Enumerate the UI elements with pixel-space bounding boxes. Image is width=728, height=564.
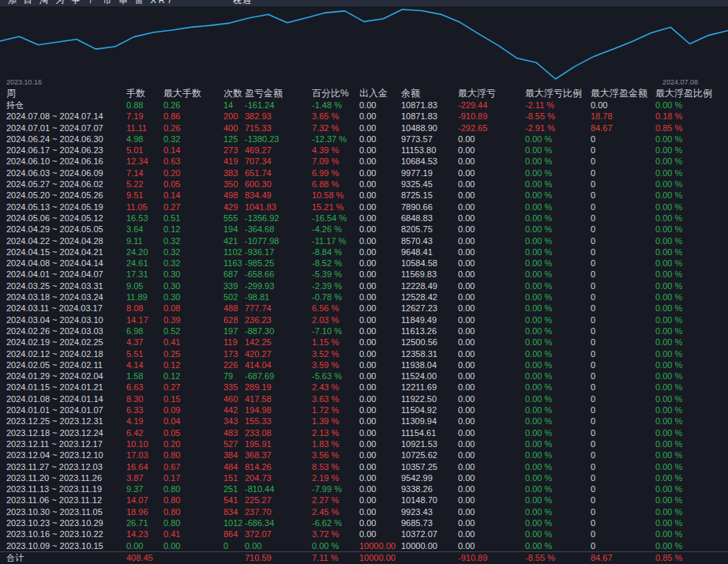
- table-row[interactable]: 2024.01.01 ~ 2024.01.076.330.09442194.98…: [0, 404, 728, 415]
- value-cell: 0.41: [163, 528, 223, 540]
- value-cell: 9325.45: [401, 179, 458, 190]
- table-row[interactable]: 2024.05.06 ~ 2024.05.1216.530.51555-1356…: [0, 212, 728, 224]
- column-header-10[interactable]: 最大浮亏比例: [525, 87, 591, 100]
- value-cell: 0.00: [458, 528, 525, 540]
- table-row[interactable]: 2023.11.20 ~ 2023.11.263.870.17151204.73…: [0, 472, 728, 483]
- table-row[interactable]: 2024.02.05 ~ 2024.02.114.140.12226414.04…: [0, 359, 728, 370]
- table-row[interactable]: 2024.07.01 ~ 2024.07.0711.110.26400715.3…: [0, 122, 728, 133]
- value-cell: 251: [223, 483, 245, 494]
- value-cell: 414.04: [245, 359, 312, 370]
- table-row[interactable]: 2023.10.30 ~ 2023.11.0518.960.80834237.7…: [0, 506, 728, 517]
- value-cell: 1.39 %: [312, 415, 359, 427]
- value-cell: 0.00: [458, 235, 525, 246]
- value-cell: 194: [223, 224, 245, 235]
- toolbar[interactable]: 添 目 淘 为 争 〒 市 串 雷 XR7 税遇: [0, 0, 728, 6]
- table-row[interactable]: 2024.04.15 ~ 2024.04.2124.200.321102-936…: [0, 246, 728, 258]
- table-row[interactable]: 2023.12.25 ~ 2023.12.314.190.04343155.33…: [0, 415, 728, 427]
- value-cell: 0.00 %: [525, 348, 591, 359]
- column-header-12[interactable]: 最大浮盈比例: [655, 87, 722, 100]
- toolbar-center-buttons[interactable]: 税遇: [233, 0, 252, 6]
- table-row[interactable]: 2023.11.27 ~ 2023.12.0316.640.67484814.2…: [0, 461, 728, 472]
- table-row[interactable]: 2024.04.01 ~ 2024.04.0717.310.30687-658.…: [0, 269, 728, 280]
- table-row[interactable]: 2024.06.03 ~ 2024.06.097.140.20383651.74…: [0, 167, 728, 179]
- column-header-5[interactable]: 盈亏金额: [245, 87, 312, 100]
- value-cell: 6.99 %: [312, 167, 359, 179]
- table-row[interactable]: 2024.01.08 ~ 2024.01.148.300.15460417.58…: [0, 393, 728, 404]
- table-row[interactable]: 2024.02.12 ~ 2024.02.185.510.25173420.27…: [0, 348, 728, 359]
- value-cell: 0.00 %: [525, 156, 591, 167]
- table-row[interactable]: 2024.06.24 ~ 2024.06.304.980.32125-1380.…: [0, 133, 728, 145]
- value-cell: 10.10: [126, 438, 163, 449]
- table-row[interactable]: 2024.05.20 ~ 2024.05.269.510.14498834.49…: [0, 190, 728, 201]
- table-row[interactable]: 2023.11.13 ~ 2023.11.199.370.80251-810.4…: [0, 483, 728, 494]
- table-row[interactable]: 2024.02.26 ~ 2024.03.036.980.52197-887.3…: [0, 325, 728, 337]
- column-header-3[interactable]: 最大手数: [163, 87, 223, 100]
- table-row[interactable]: 2024.04.22 ~ 2024.04.289.110.32421-1077.…: [0, 235, 728, 246]
- value-cell: 6.98: [126, 325, 163, 337]
- period-cell: 2023.11.27 ~ 2023.12.03: [6, 461, 126, 472]
- column-header-2[interactable]: 手数: [126, 87, 163, 100]
- table-row[interactable]: 2024.03.18 ~ 2024.03.2411.890.30502-98.8…: [0, 291, 728, 303]
- toolbar-left-buttons[interactable]: 添 目 淘 为 争 〒 市 串 雷 XR7: [8, 0, 174, 6]
- value-cell: 12528.42: [401, 291, 458, 303]
- value-cell: 1163: [223, 258, 245, 269]
- value-cell: 1102: [223, 246, 245, 258]
- table-row[interactable]: 2024.02.19 ~ 2024.02.254.370.41119142.25…: [0, 337, 728, 348]
- table-row[interactable]: 2024.05.13 ~ 2024.05.1911.050.274291041.…: [0, 201, 728, 212]
- column-header-1[interactable]: 周: [6, 87, 126, 100]
- value-cell: 4.39 %: [312, 145, 359, 156]
- value-cell: 0.00 %: [655, 156, 722, 167]
- table-row[interactable]: 2023.10.09 ~ 2023.10.150.000.0000.000.00…: [0, 540, 728, 551]
- table-row[interactable]: 2024.03.25 ~ 2024.03.319.050.30339-299.9…: [0, 280, 728, 291]
- column-header-7[interactable]: 出入金: [359, 87, 401, 100]
- column-header-4[interactable]: 次数: [223, 87, 245, 100]
- value-cell: 0.00: [458, 359, 525, 370]
- value-cell: 0.80: [163, 483, 223, 494]
- table-row[interactable]: 2023.12.11 ~ 2023.12.1710.100.20527195.9…: [0, 438, 728, 449]
- table-row[interactable]: 2024.05.27 ~ 2024.06.025.220.05350600.30…: [0, 179, 728, 190]
- value-cell: -7.99 %: [312, 483, 359, 494]
- value-cell: 0.00: [458, 494, 525, 506]
- period-cell: 2024.05.27 ~ 2024.06.02: [6, 179, 126, 190]
- value-cell: 9338.26: [401, 483, 458, 494]
- value-cell: 864: [223, 528, 245, 540]
- table-row[interactable]: 2024.01.15 ~ 2024.01.216.630.27335289.19…: [0, 382, 728, 393]
- value-cell: 0.00: [458, 156, 525, 167]
- table-row[interactable]: 2024.01.29 ~ 2024.02.041.580.1279-687.69…: [0, 370, 728, 382]
- value-cell: 0.27: [163, 382, 223, 393]
- table-row[interactable]: 2024.06.17 ~ 2024.06.235.010.14273469.27…: [0, 145, 728, 156]
- table-row[interactable]: 2024.07.08 ~ 2024.07.147.190.86200382.93…: [0, 111, 728, 122]
- value-cell: 0.00 %: [655, 438, 722, 449]
- column-header-8[interactable]: 余额: [401, 87, 458, 100]
- period-cell: 2024.04.01 ~ 2024.04.07: [6, 269, 126, 280]
- table-row[interactable]: 2024.06.10 ~ 2024.06.1612.340.63419707.3…: [0, 156, 728, 167]
- table-row[interactable]: 2024.03.04 ~ 2024.03.1014.170.39628236.2…: [0, 314, 728, 325]
- table-row[interactable]: 2023.10.16 ~ 2023.10.2214.230.41864372.0…: [0, 528, 728, 540]
- value-cell: 0.00: [458, 167, 525, 179]
- value-cell: 9773.57: [401, 133, 458, 145]
- value-cell: 12228.49: [401, 280, 458, 291]
- equity-curve-chart[interactable]: 2023.10.16 2024.07.08: [0, 6, 728, 87]
- table-row[interactable]: 2024.04.08 ~ 2024.04.1424.610.321163-985…: [0, 258, 728, 269]
- table-row[interactable]: 2023.12.18 ~ 2023.12.246.420.05483233.08…: [0, 427, 728, 438]
- value-cell: 834.49: [245, 190, 312, 201]
- value-cell: 0.00: [458, 291, 525, 303]
- value-cell: 0.05: [163, 427, 223, 438]
- value-cell: 14: [223, 100, 245, 111]
- weekly-report-table: 周手数最大手数次数盈亏金额百分比%出入金余额最大浮亏最大浮亏比例最大浮盈金额最大…: [0, 87, 728, 562]
- table-row[interactable]: 2024.03.11 ~ 2024.03.178.080.08488777.74…: [0, 303, 728, 314]
- value-cell: 0.00: [359, 258, 401, 269]
- table-row[interactable]: 2023.12.04 ~ 2023.12.1017.030.80384368.3…: [0, 449, 728, 461]
- value-cell: -985.25: [245, 258, 312, 269]
- value-cell: 1.72 %: [312, 404, 359, 415]
- table-row[interactable]: 2024.04.29 ~ 2024.05.053.640.12194-364.6…: [0, 224, 728, 235]
- value-cell: 14.17: [126, 314, 163, 325]
- table-row[interactable]: 持仓0.880.2614-161.24-1.48 %0.0010871.83-2…: [0, 100, 728, 111]
- value-cell: 0.00: [458, 269, 525, 280]
- column-header-11[interactable]: 最大浮盈金额: [591, 87, 655, 100]
- column-header-9[interactable]: 最大浮亏: [458, 87, 525, 100]
- column-header-6[interactable]: 百分比%: [312, 87, 359, 100]
- value-cell: 6.88 %: [312, 179, 359, 190]
- table-row[interactable]: 2023.10.23 ~ 2023.10.2926.710.801012-686…: [0, 517, 728, 528]
- table-row[interactable]: 2023.11.06 ~ 2023.11.1214.070.80541225.2…: [0, 494, 728, 506]
